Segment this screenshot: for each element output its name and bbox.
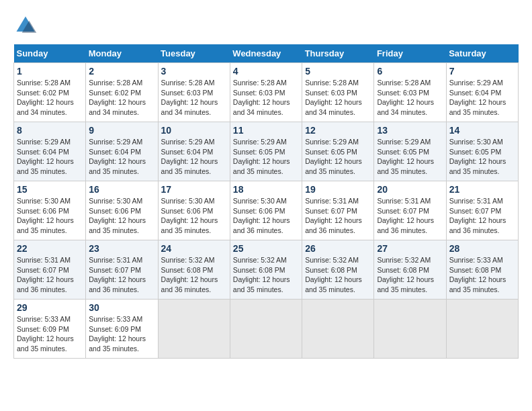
day-cell-23: 23 Sunrise: 5:31 AM Sunset: 6:07 PM Dayl… xyxy=(86,240,158,300)
day-number: 25 xyxy=(233,243,299,254)
day-info: Sunrise: 5:33 AM Sunset: 6:09 PM Dayligh… xyxy=(17,314,83,354)
header-monday: Monday xyxy=(86,44,158,63)
logo-icon xyxy=(13,13,38,38)
day-info: Sunrise: 5:30 AM Sunset: 6:06 PM Dayligh… xyxy=(89,196,154,236)
day-info: Sunrise: 5:32 AM Sunset: 6:08 PM Dayligh… xyxy=(377,255,443,295)
day-cell-12: 12 Sunrise: 5:29 AM Sunset: 6:05 PM Dayl… xyxy=(302,122,374,181)
day-number: 24 xyxy=(161,243,227,254)
day-info: Sunrise: 5:32 AM Sunset: 6:08 PM Dayligh… xyxy=(233,255,299,295)
day-info: Sunrise: 5:31 AM Sunset: 6:07 PM Dayligh… xyxy=(89,255,154,295)
day-info: Sunrise: 5:30 AM Sunset: 6:06 PM Dayligh… xyxy=(161,196,227,236)
day-cell-9: 9 Sunrise: 5:29 AM Sunset: 6:04 PM Dayli… xyxy=(86,122,158,181)
week-row-5: 29 Sunrise: 5:33 AM Sunset: 6:09 PM Dayl… xyxy=(14,300,519,359)
day-cell-13: 13 Sunrise: 5:29 AM Sunset: 6:05 PM Dayl… xyxy=(374,122,446,181)
day-number: 7 xyxy=(449,66,515,77)
header-thursday: Thursday xyxy=(302,44,374,63)
day-info: Sunrise: 5:33 AM Sunset: 6:08 PM Dayligh… xyxy=(449,255,515,295)
day-info: Sunrise: 5:32 AM Sunset: 6:08 PM Dayligh… xyxy=(161,255,227,295)
day-info: Sunrise: 5:28 AM Sunset: 6:02 PM Dayligh… xyxy=(17,78,83,118)
day-number: 5 xyxy=(305,66,371,77)
day-number: 30 xyxy=(89,302,154,313)
day-number: 3 xyxy=(161,66,227,77)
day-cell-8: 8 Sunrise: 5:29 AM Sunset: 6:04 PM Dayli… xyxy=(14,122,86,181)
day-number: 11 xyxy=(233,125,299,136)
week-row-4: 22 Sunrise: 5:31 AM Sunset: 6:07 PM Dayl… xyxy=(14,240,519,300)
header-saturday: Saturday xyxy=(446,44,518,63)
day-number: 14 xyxy=(449,125,515,136)
day-cell-15: 15 Sunrise: 5:30 AM Sunset: 6:06 PM Dayl… xyxy=(14,181,86,240)
empty-cell xyxy=(158,300,230,359)
day-info: Sunrise: 5:28 AM Sunset: 6:03 PM Dayligh… xyxy=(377,78,443,118)
day-info: Sunrise: 5:29 AM Sunset: 6:05 PM Dayligh… xyxy=(305,137,371,177)
day-cell-27: 27 Sunrise: 5:32 AM Sunset: 6:08 PM Dayl… xyxy=(374,240,446,300)
empty-cell xyxy=(230,300,302,359)
day-cell-5: 5 Sunrise: 5:28 AM Sunset: 6:03 PM Dayli… xyxy=(302,63,374,122)
header-tuesday: Tuesday xyxy=(158,44,230,63)
day-info: Sunrise: 5:29 AM Sunset: 6:05 PM Dayligh… xyxy=(377,137,443,177)
day-cell-25: 25 Sunrise: 5:32 AM Sunset: 6:08 PM Dayl… xyxy=(230,240,302,300)
day-cell-18: 18 Sunrise: 5:30 AM Sunset: 6:06 PM Dayl… xyxy=(230,181,302,240)
day-number: 26 xyxy=(305,243,371,254)
logo xyxy=(13,13,40,38)
day-cell-26: 26 Sunrise: 5:32 AM Sunset: 6:08 PM Dayl… xyxy=(302,240,374,300)
week-row-1: 1 Sunrise: 5:28 AM Sunset: 6:02 PM Dayli… xyxy=(14,63,519,122)
day-cell-22: 22 Sunrise: 5:31 AM Sunset: 6:07 PM Dayl… xyxy=(14,240,86,300)
day-cell-17: 17 Sunrise: 5:30 AM Sunset: 6:06 PM Dayl… xyxy=(158,181,230,240)
day-cell-7: 7 Sunrise: 5:29 AM Sunset: 6:04 PM Dayli… xyxy=(446,63,518,122)
day-info: Sunrise: 5:30 AM Sunset: 6:06 PM Dayligh… xyxy=(233,196,299,236)
day-info: Sunrise: 5:33 AM Sunset: 6:09 PM Dayligh… xyxy=(89,314,154,354)
page-header xyxy=(13,13,519,38)
day-cell-29: 29 Sunrise: 5:33 AM Sunset: 6:09 PM Dayl… xyxy=(14,300,86,359)
header-friday: Friday xyxy=(374,44,446,63)
day-number: 17 xyxy=(161,184,227,195)
day-cell-21: 21 Sunrise: 5:31 AM Sunset: 6:07 PM Dayl… xyxy=(446,181,518,240)
day-info: Sunrise: 5:29 AM Sunset: 6:04 PM Dayligh… xyxy=(449,78,515,118)
day-cell-19: 19 Sunrise: 5:31 AM Sunset: 6:07 PM Dayl… xyxy=(302,181,374,240)
day-number: 27 xyxy=(377,243,443,254)
day-info: Sunrise: 5:29 AM Sunset: 6:04 PM Dayligh… xyxy=(161,137,227,177)
empty-cell xyxy=(374,300,446,359)
day-info: Sunrise: 5:29 AM Sunset: 6:04 PM Dayligh… xyxy=(17,137,83,177)
weekday-header-row: Sunday Monday Tuesday Wednesday Thursday… xyxy=(14,44,519,63)
day-cell-20: 20 Sunrise: 5:31 AM Sunset: 6:07 PM Dayl… xyxy=(374,181,446,240)
day-cell-6: 6 Sunrise: 5:28 AM Sunset: 6:03 PM Dayli… xyxy=(374,63,446,122)
day-number: 20 xyxy=(377,184,443,195)
day-number: 19 xyxy=(305,184,371,195)
day-number: 13 xyxy=(377,125,443,136)
week-row-2: 8 Sunrise: 5:29 AM Sunset: 6:04 PM Dayli… xyxy=(14,122,519,181)
calendar: Sunday Monday Tuesday Wednesday Thursday… xyxy=(13,44,519,359)
day-number: 12 xyxy=(305,125,371,136)
header-sunday: Sunday xyxy=(14,44,86,63)
day-number: 4 xyxy=(233,66,299,77)
day-cell-3: 3 Sunrise: 5:28 AM Sunset: 6:03 PM Dayli… xyxy=(158,63,230,122)
day-number: 23 xyxy=(89,243,154,254)
day-info: Sunrise: 5:30 AM Sunset: 6:05 PM Dayligh… xyxy=(449,137,515,177)
day-number: 2 xyxy=(89,66,154,77)
day-info: Sunrise: 5:28 AM Sunset: 6:02 PM Dayligh… xyxy=(89,78,154,118)
day-number: 22 xyxy=(17,243,83,254)
day-number: 29 xyxy=(17,302,83,313)
day-number: 18 xyxy=(233,184,299,195)
day-cell-1: 1 Sunrise: 5:28 AM Sunset: 6:02 PM Dayli… xyxy=(14,63,86,122)
day-number: 21 xyxy=(449,184,515,195)
day-info: Sunrise: 5:30 AM Sunset: 6:06 PM Dayligh… xyxy=(17,196,83,236)
day-info: Sunrise: 5:28 AM Sunset: 6:03 PM Dayligh… xyxy=(305,78,371,118)
header-wednesday: Wednesday xyxy=(230,44,302,63)
week-row-3: 15 Sunrise: 5:30 AM Sunset: 6:06 PM Dayl… xyxy=(14,181,519,240)
day-cell-30: 30 Sunrise: 5:33 AM Sunset: 6:09 PM Dayl… xyxy=(86,300,158,359)
day-info: Sunrise: 5:29 AM Sunset: 6:05 PM Dayligh… xyxy=(233,137,299,177)
day-cell-16: 16 Sunrise: 5:30 AM Sunset: 6:06 PM Dayl… xyxy=(86,181,158,240)
day-number: 28 xyxy=(449,243,515,254)
day-cell-10: 10 Sunrise: 5:29 AM Sunset: 6:04 PM Dayl… xyxy=(158,122,230,181)
day-info: Sunrise: 5:31 AM Sunset: 6:07 PM Dayligh… xyxy=(305,196,371,236)
day-cell-28: 28 Sunrise: 5:33 AM Sunset: 6:08 PM Dayl… xyxy=(446,240,518,300)
day-info: Sunrise: 5:31 AM Sunset: 6:07 PM Dayligh… xyxy=(449,196,515,236)
day-cell-24: 24 Sunrise: 5:32 AM Sunset: 6:08 PM Dayl… xyxy=(158,240,230,300)
day-info: Sunrise: 5:29 AM Sunset: 6:04 PM Dayligh… xyxy=(89,137,154,177)
day-info: Sunrise: 5:28 AM Sunset: 6:03 PM Dayligh… xyxy=(161,78,227,118)
day-info: Sunrise: 5:31 AM Sunset: 6:07 PM Dayligh… xyxy=(17,255,83,295)
day-cell-14: 14 Sunrise: 5:30 AM Sunset: 6:05 PM Dayl… xyxy=(446,122,518,181)
day-number: 15 xyxy=(17,184,83,195)
empty-cell xyxy=(446,300,518,359)
day-cell-2: 2 Sunrise: 5:28 AM Sunset: 6:02 PM Dayli… xyxy=(86,63,158,122)
